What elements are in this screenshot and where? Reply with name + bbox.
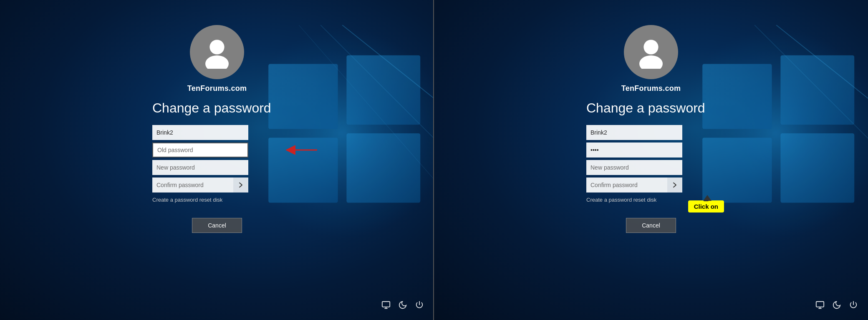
svg-rect-12: [382, 302, 390, 307]
svg-rect-26: [816, 302, 824, 307]
svg-point-23: [643, 40, 658, 54]
svg-point-8: [209, 40, 224, 54]
power-icon-left[interactable]: [415, 300, 424, 312]
form-right: Click on: [586, 125, 716, 192]
svg-rect-18: [780, 55, 854, 125]
svg-marker-25: [703, 195, 712, 201]
svg-rect-2: [346, 55, 420, 125]
left-panel: TenForums.com Change a password: [0, 0, 434, 320]
username-input-right[interactable]: [586, 125, 682, 140]
sleep-icon-left[interactable]: [398, 300, 407, 312]
new-password-row-left: [152, 160, 282, 175]
old-password-row-left: [152, 142, 282, 158]
cancel-button-right[interactable]: Cancel: [626, 218, 676, 233]
submit-button-right[interactable]: [667, 178, 682, 192]
title-left: Change a password: [152, 100, 271, 116]
username-right: TenForums.com: [621, 84, 681, 93]
cancel-button-left[interactable]: Cancel: [192, 218, 242, 233]
display-icon-right[interactable]: [815, 300, 825, 312]
avatar-right: [624, 25, 678, 79]
panel-divider: [433, 0, 434, 320]
reset-disk-link-left[interactable]: Create a password reset disk: [152, 197, 222, 203]
username-left: TenForums.com: [187, 84, 247, 93]
username-input-row-left: [152, 125, 282, 140]
bottom-icons-right: [815, 300, 858, 312]
avatar-left: [190, 25, 244, 79]
power-icon-right[interactable]: [849, 300, 858, 312]
click-on-tooltip: Click on: [688, 200, 724, 212]
old-password-input-left[interactable]: [152, 142, 248, 158]
red-arrow-icon: [286, 145, 319, 155]
username-input-left[interactable]: [152, 125, 248, 140]
submit-button-left[interactable]: [233, 178, 248, 192]
new-password-input-left[interactable]: [152, 160, 248, 175]
title-right: Change a password: [586, 100, 705, 116]
new-password-input-right[interactable]: [586, 160, 682, 175]
arrow-right-icon-left: [237, 181, 245, 189]
form-left: [152, 125, 282, 192]
svg-point-9: [205, 55, 229, 69]
sleep-icon-right[interactable]: [832, 300, 841, 312]
user-icon-left: [200, 35, 234, 69]
confirm-password-row-right: Click on: [586, 178, 716, 192]
tooltip-pointer: [703, 195, 712, 201]
svg-rect-4: [346, 133, 420, 202]
right-panel: TenForums.com Change a password: [434, 0, 868, 320]
arrow-right-icon-right: [671, 181, 679, 189]
svg-point-24: [639, 55, 663, 69]
confirm-password-input-right[interactable]: [586, 178, 667, 192]
bottom-icons-left: [381, 300, 424, 312]
left-content: TenForums.com Change a password: [152, 25, 282, 233]
old-password-input-right[interactable]: [586, 142, 682, 158]
display-icon-left[interactable]: [381, 300, 391, 312]
right-content: TenForums.com Change a password: [586, 25, 716, 233]
username-input-row-right: [586, 125, 716, 140]
svg-rect-20: [780, 133, 854, 202]
confirm-password-row-left: [152, 178, 282, 192]
new-password-row-right: [586, 160, 716, 175]
reset-disk-link-right[interactable]: Create a password reset disk: [586, 197, 656, 203]
old-password-row-right: [586, 142, 716, 158]
user-icon-right: [634, 35, 668, 69]
confirm-password-input-left[interactable]: [152, 178, 233, 192]
